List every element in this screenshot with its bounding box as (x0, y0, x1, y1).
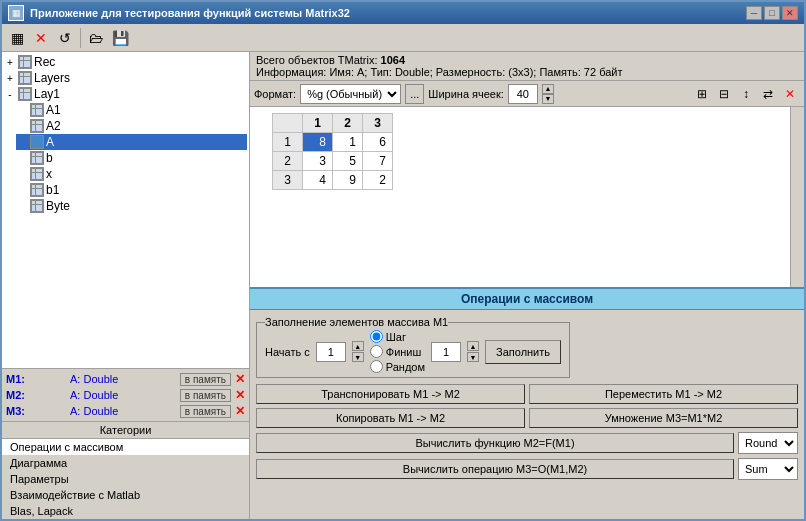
tree-item-a2[interactable]: A2 (16, 118, 247, 134)
tree-item-lay1[interactable]: - Lay1 (4, 86, 247, 102)
close-tool-button[interactable]: ✕ (30, 27, 52, 49)
matrix-icon-group: ⊞ ⊟ ↕ ⇄ ✕ (692, 84, 800, 104)
width-input[interactable] (508, 84, 538, 104)
toolbar-separator (80, 28, 81, 48)
matrix-row-header-3[interactable]: 3 (273, 171, 303, 190)
function-select[interactable]: Round Floor Ceil Abs Sqrt (738, 432, 798, 454)
matrix-icon-byte (30, 199, 44, 213)
tree-item-x[interactable]: x (16, 166, 247, 182)
width-down-button[interactable]: ▼ (542, 94, 554, 104)
matrix-row-header-1[interactable]: 1 (273, 133, 303, 152)
tree-item-layers[interactable]: + Layers (4, 70, 247, 86)
table-row: 2 3 5 7 (273, 152, 393, 171)
fill-legend: Заполнение элементов массива М1 (265, 316, 448, 328)
radio-random-label[interactable]: Рандом (370, 360, 425, 373)
app-icon: ▦ (8, 5, 24, 21)
memory-m2-close[interactable]: ✕ (235, 388, 245, 402)
tree-area[interactable]: + Rec + Layers - (2, 52, 249, 369)
matrix-cell-1-3[interactable]: 6 (363, 133, 393, 152)
category-item-diagram[interactable]: Диаграмма (2, 455, 249, 471)
memory-section: M1: A: Double в память ✕ M2: A: Double в… (2, 369, 249, 421)
matrix-col-1[interactable]: 1 (303, 114, 333, 133)
tree-item-byte[interactable]: Byte (16, 198, 247, 214)
fill-start-input[interactable] (316, 342, 346, 362)
transpose-button[interactable]: Транспонировать М1 -> М2 (256, 384, 525, 404)
tree-item-rec[interactable]: + Rec (4, 54, 247, 70)
fill-finish-up[interactable]: ▲ (467, 341, 479, 351)
grid-tool-button[interactable]: ▦ (6, 27, 28, 49)
matrix-icon-close[interactable]: ✕ (780, 84, 800, 104)
operation-select[interactable]: Sum Diff Mul Div (738, 458, 798, 480)
radio-finish-label[interactable]: Финиш (370, 345, 425, 358)
close-button[interactable]: ✕ (782, 6, 798, 20)
category-item-operations[interactable]: Операции с массивом (2, 439, 249, 455)
fill-finish-down[interactable]: ▼ (467, 352, 479, 362)
maximize-button[interactable]: □ (764, 6, 780, 20)
category-item-matlab[interactable]: Взаимодействие с Matlab (2, 487, 249, 503)
matrix-scrollbar[interactable] (790, 107, 804, 287)
format-label: Формат: (254, 88, 296, 100)
radio-step-label[interactable]: Шаг (370, 330, 425, 343)
expand-icon-lay1[interactable]: - (4, 89, 16, 100)
matrix-cell-2-3[interactable]: 7 (363, 152, 393, 171)
left-panel: + Rec + Layers - (2, 52, 250, 519)
move-button[interactable]: Переместить М1 -> М2 (529, 384, 798, 404)
expand-icon-layers[interactable]: + (4, 73, 16, 84)
expand-icon-rec[interactable]: + (4, 57, 16, 68)
fill-button[interactable]: Заполнить (485, 340, 561, 364)
open-tool-button[interactable]: 🗁 (85, 27, 107, 49)
save-tool-button[interactable]: 💾 (109, 27, 131, 49)
tree-label-a1: A1 (46, 103, 61, 117)
matrix-icon-b1 (30, 183, 44, 197)
tree-label-b: b (46, 151, 53, 165)
tree-label-a: A (46, 135, 54, 149)
matrix-icon-table[interactable]: ⊟ (714, 84, 734, 104)
category-item-blas[interactable]: Blas, Lapack (2, 503, 249, 519)
matrix-cell-2-2[interactable]: 5 (333, 152, 363, 171)
matrix-cell-1-2[interactable]: 1 (333, 133, 363, 152)
matrix-icon-arrow[interactable]: ⇄ (758, 84, 778, 104)
memory-m3-close[interactable]: ✕ (235, 404, 245, 418)
calc-function-button[interactable]: Вычислить функцию М2=F(М1) (256, 433, 734, 453)
memory-m1-button[interactable]: в память (180, 373, 231, 386)
format-dots-button[interactable]: ... (405, 84, 424, 104)
width-up-button[interactable]: ▲ (542, 84, 554, 94)
tree-item-a[interactable]: A (16, 134, 247, 150)
matrix-cell-1-1[interactable]: 8 (303, 133, 333, 152)
format-select[interactable]: %g (Обычный) (300, 84, 401, 104)
tree-item-b[interactable]: b (16, 150, 247, 166)
category-item-params[interactable]: Параметры (2, 471, 249, 487)
fill-start-down[interactable]: ▼ (352, 352, 364, 362)
fill-controls: Начать с ▲ ▼ Шаг Финиш Рандом (265, 330, 561, 373)
matrix-cell-3-2[interactable]: 9 (333, 171, 363, 190)
minimize-button[interactable]: ─ (746, 6, 762, 20)
tree-item-b1[interactable]: b1 (16, 182, 247, 198)
fill-start-up[interactable]: ▲ (352, 341, 364, 351)
copy-button[interactable]: Копировать М1 -> М2 (256, 408, 525, 428)
matrix-cell-2-1[interactable]: 3 (303, 152, 333, 171)
expand-icon-b (16, 153, 28, 164)
matrix-col-3[interactable]: 3 (363, 114, 393, 133)
memory-m2-button[interactable]: в память (180, 389, 231, 402)
matrix-cell-3-3[interactable]: 2 (363, 171, 393, 190)
matrix-row-header-2[interactable]: 2 (273, 152, 303, 171)
refresh-tool-button[interactable]: ↺ (54, 27, 76, 49)
fill-finish-input[interactable] (431, 342, 461, 362)
matrix-icon-a1 (30, 103, 44, 117)
radio-finish[interactable] (370, 345, 383, 358)
memory-m1-label: M1: (6, 373, 66, 385)
calc-operation-button[interactable]: Вычислить операцию М3=О(М1,М2) (256, 459, 734, 479)
matrix-cell-3-1[interactable]: 4 (303, 171, 333, 190)
radio-finish-text: Финиш (386, 346, 422, 358)
memory-m3-button[interactable]: в память (180, 405, 231, 418)
multiply-button[interactable]: Умножение М3=М1*М2 (529, 408, 798, 428)
radio-step[interactable] (370, 330, 383, 343)
matrix-col-2[interactable]: 2 (333, 114, 363, 133)
radio-random[interactable] (370, 360, 383, 373)
tree-item-a1[interactable]: A1 (16, 102, 247, 118)
memory-m1-close[interactable]: ✕ (235, 372, 245, 386)
matrix-area[interactable]: 1 2 3 1 8 1 6 2 (250, 107, 804, 287)
matrix-icon-chart[interactable]: ↕ (736, 84, 756, 104)
tree-label-rec: Rec (34, 55, 55, 69)
matrix-icon-grid[interactable]: ⊞ (692, 84, 712, 104)
